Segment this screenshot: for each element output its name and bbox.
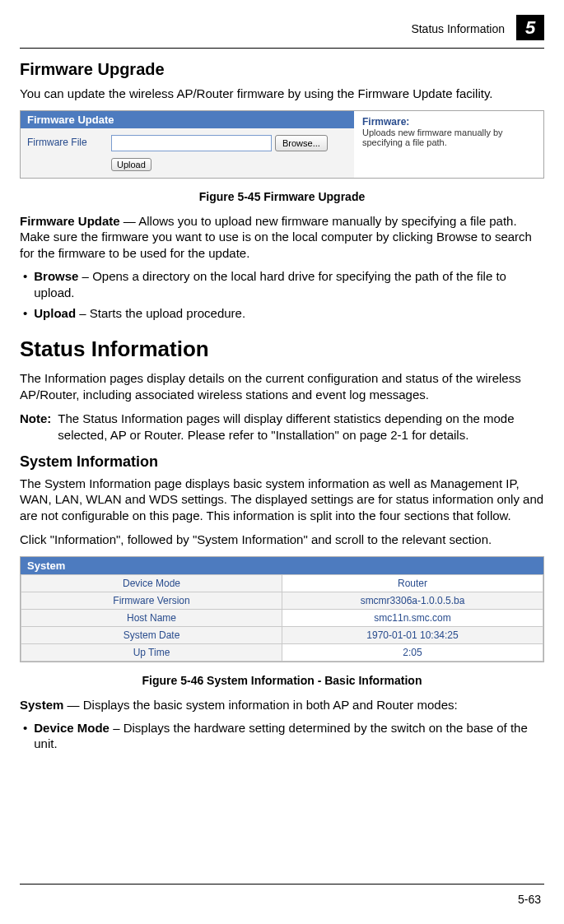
firmware-bullets: • Browse – Opens a directory on the loca… [20,268,544,322]
note-label: Note: [20,411,51,443]
bullet-dot: • [23,720,27,753]
system-desc-body: — Displays the basic system information … [63,698,457,712]
status-information-heading: Status Information [20,337,544,362]
table-row: Firmware Versionsmcmr3306a-1.0.0.5.ba [21,592,543,609]
cell-val: smcmr3306a-1.0.0.5.ba [282,592,543,609]
browse-button[interactable]: Browse... [275,135,328,151]
bullet-text: Browse – Opens a directory on the local … [34,268,544,301]
firmware-panel-right: Firmware: Uploads new firmware manually … [354,111,543,178]
cell-val: 1970-01-01 10:34:25 [282,626,543,643]
system-bullets: • Device Mode – Displays the hardware se… [20,720,544,753]
list-item: • Device Mode – Displays the hardware se… [23,720,544,753]
firmware-controls: Browse... Upload [111,135,328,171]
bullet-text: Upload – Starts the upload procedure. [34,305,245,322]
figure-5-45-caption: Figure 5-45 Firmware Upgrade [20,190,544,203]
table-row: System Date1970-01-01 10:34:25 [21,626,543,643]
cell-key: Device Mode [21,574,282,592]
system-information-p1: The System Information page displays bas… [20,476,544,524]
bullet-dot: • [23,305,27,322]
cell-key: Firmware Version [21,592,282,609]
cell-val: Router [282,574,543,592]
bullet-strong: Device Mode [34,721,110,735]
footer-rule [20,884,544,885]
firmware-file-label: Firmware File [27,135,101,148]
cell-key: System Date [21,626,282,643]
firmware-intro: You can update the wireless AP/Router fi… [20,86,544,102]
chapter-number-box: 5 [516,15,544,43]
firmware-update-desc: Firmware Update — Allows you to upload n… [20,213,544,262]
page-number: 5-63 [518,893,541,906]
table-row: Device ModeRouter [21,574,543,592]
bullet-text: Device Mode – Displays the hardware sett… [34,720,544,753]
bullet-strong: Upload [34,306,76,320]
cell-key: Host Name [21,609,282,626]
firmware-panel-title: Firmware Update [21,111,354,128]
upload-button[interactable]: Upload [111,158,151,171]
header-rule [20,48,544,49]
firmware-update-panel: Firmware Update Firmware File Browse... … [20,110,544,179]
file-row: Browse... [111,135,328,151]
firmware-update-lead: Firmware Update [20,214,120,228]
firmware-panel-left: Firmware Update Firmware File Browse... … [21,111,354,178]
firmware-right-label: Firmware: [362,116,535,128]
chapter-number: 5 [525,17,535,39]
firmware-file-input[interactable] [111,135,272,151]
list-item: • Upload – Starts the upload procedure. [23,305,544,322]
system-table-panel: System Device ModeRouter Firmware Versio… [20,556,544,662]
bullet-rest: – Opens a directory on the local hard dr… [34,269,506,299]
status-information-intro: The Information pages display details on… [20,370,544,402]
firmware-upgrade-heading: Firmware Upgrade [20,60,544,79]
system-table: Device ModeRouter Firmware Versionsmcmr3… [21,574,543,662]
bullet-dot: • [23,268,27,301]
table-row: Up Time2:05 [21,643,543,661]
note-text: The Status Information pages will displa… [58,411,544,443]
cell-val: 2:05 [282,643,543,661]
system-information-heading: System Information [20,453,544,471]
header-label: Status Information [411,22,505,35]
system-information-p2: Click "Information", followed by "System… [20,532,544,548]
cell-val: smc11n.smc.com [282,609,543,626]
bullet-strong: Browse [34,269,78,283]
system-desc: System — Displays the basic system infor… [20,697,544,713]
figure-5-46-caption: Figure 5-46 System Information - Basic I… [20,674,544,687]
firmware-panel-body: Firmware File Browse... Upload [21,128,354,178]
firmware-right-text: Uploads new firmware manually by specify… [362,128,503,147]
table-row: Host Namesmc11n.smc.com [21,609,543,626]
cell-key: Up Time [21,643,282,661]
system-table-title: System [21,557,543,574]
page-header: Status Information 5 [20,0,544,43]
bullet-rest: – Starts the upload procedure. [76,306,245,320]
list-item: • Browse – Opens a directory on the loca… [23,268,544,301]
note-block: Note: The Status Information pages will … [20,411,544,443]
system-desc-lead: System [20,698,63,712]
